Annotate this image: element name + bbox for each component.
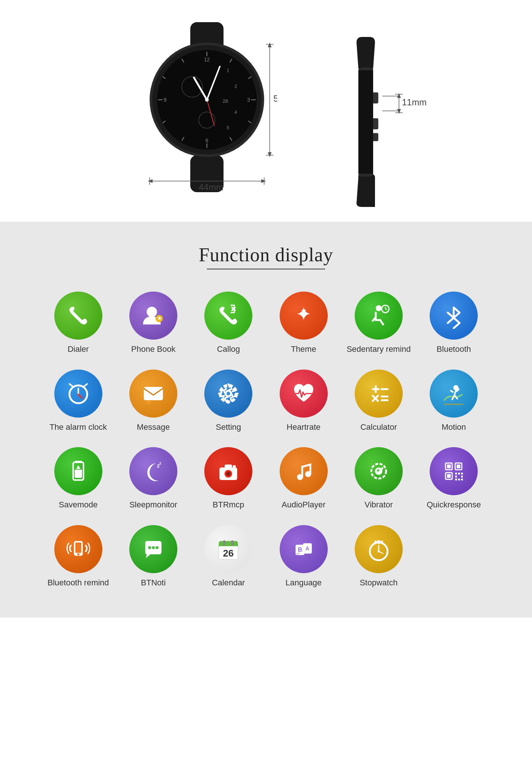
- bt-remind-label: Bluetooth remind: [48, 578, 109, 588]
- svg-rect-45: [372, 118, 378, 129]
- icon-item-vibrator: Vibrator: [345, 447, 412, 510]
- svg-point-118: [156, 546, 158, 549]
- svg-text:53mm: 53mm: [273, 93, 277, 103]
- btrmcp-icon-circle: [204, 447, 252, 495]
- svg-rect-92: [225, 465, 232, 468]
- svg-rect-93: [233, 465, 236, 468]
- watch-front-view: 12 3 6 9 1 2 4 5 28: [137, 22, 277, 192]
- svg-rect-120: [223, 540, 225, 545]
- icons-grid: Dialer ★ Phone Book Callog: [44, 292, 488, 588]
- svg-text:6: 6: [205, 137, 208, 143]
- function-title-underline: [207, 269, 325, 269]
- watch-front-svg: 12 3 6 9 1 2 4 5 28: [137, 22, 277, 192]
- function-title: Function display: [199, 244, 333, 266]
- svg-rect-112: [461, 479, 463, 480]
- svg-text:12: 12: [204, 57, 210, 62]
- svg-marker-40: [148, 179, 153, 183]
- motion-icon-circle: [430, 370, 478, 418]
- phonebook-label: Phone Book: [131, 344, 175, 355]
- svg-marker-53: [397, 93, 401, 98]
- heartrate-label: Heartrate: [287, 422, 321, 433]
- svg-text:1: 1: [227, 68, 229, 73]
- icon-item-audioplayer: AudioPlayer: [270, 447, 337, 510]
- svg-rect-114: [75, 542, 81, 553]
- svg-rect-133: [381, 541, 383, 542]
- svg-rect-44: [372, 92, 378, 103]
- svg-line-135: [379, 551, 383, 554]
- theme-label: Theme: [291, 344, 316, 355]
- svg-point-115: [77, 553, 79, 555]
- icon-item-bt-remind: Bluetooth remind: [44, 525, 112, 588]
- svg-line-64: [385, 309, 387, 310]
- calendar-icon-circle: 26: [204, 525, 252, 573]
- setting-label: Setting: [216, 422, 241, 433]
- svg-point-61: [376, 305, 382, 311]
- callog-icon-circle: [204, 292, 252, 340]
- watch-side-view: 11mm: [321, 37, 395, 177]
- calendar-label: Calendar: [212, 578, 245, 588]
- calculator-label: Calculator: [360, 422, 397, 433]
- btrmcp-label: BTRmcp: [213, 500, 245, 510]
- icon-item-phonebook: ★ Phone Book: [119, 292, 187, 355]
- icon-item-sleepmonitor: z z Sleepmonitor: [119, 447, 187, 510]
- icon-item-message: Message: [119, 370, 187, 433]
- svg-point-31: [205, 98, 209, 102]
- icon-item-btrmcp: BTRmcp: [195, 447, 262, 510]
- svg-rect-109: [461, 476, 463, 477]
- svg-point-94: [297, 474, 303, 480]
- svg-rect-104: [447, 474, 451, 478]
- svg-text:4: 4: [235, 110, 237, 115]
- icon-item-sedentary: Sedentary remind: [345, 292, 412, 355]
- svg-rect-100: [447, 465, 451, 468]
- svg-text:11mm: 11mm: [402, 97, 427, 107]
- btnoti-icon-circle: [129, 525, 177, 573]
- icon-item-setting: Setting: [195, 370, 262, 433]
- svg-marker-35: [268, 42, 272, 47]
- svg-marker-54: [397, 109, 401, 114]
- function-section: Function display Dialer ★ Phone Book: [0, 222, 532, 618]
- icon-item-bluetooth: Bluetooth: [420, 292, 488, 355]
- audioplayer-icon-circle: [280, 447, 328, 495]
- svg-rect-121: [231, 540, 233, 545]
- svg-rect-46: [372, 133, 378, 141]
- svg-line-69: [84, 384, 87, 386]
- dialer-label: Dialer: [68, 344, 89, 355]
- svg-text:28: 28: [223, 98, 228, 104]
- bt-remind-icon-circle: [54, 525, 102, 573]
- icon-item-motion: Motion: [420, 370, 488, 433]
- dialer-icon-circle: [54, 292, 102, 340]
- phonebook-icon-circle: ★: [129, 292, 177, 340]
- icon-item-callog: Callog: [195, 292, 262, 355]
- top-section: 12 3 6 9 1 2 4 5 28: [0, 0, 532, 222]
- message-icon-circle: [129, 370, 177, 418]
- svg-text:26: 26: [223, 548, 234, 559]
- svg-rect-102: [457, 465, 460, 468]
- motion-label: Motion: [441, 422, 466, 433]
- svg-line-68: [69, 384, 72, 386]
- svg-rect-108: [455, 476, 457, 477]
- svg-text:✦: ✦: [300, 306, 307, 315]
- alarm-label: The alarm clock: [50, 422, 107, 433]
- icon-item-dialer: Dialer: [44, 292, 112, 355]
- icon-item-theme: ✦ ✦ Theme: [270, 292, 337, 355]
- watch-side-svg: 11mm: [321, 37, 440, 207]
- quickresponse-label: Quickresponse: [427, 500, 481, 510]
- svg-rect-111: [458, 479, 460, 480]
- svg-text:C: C: [297, 552, 300, 557]
- icon-item-calendar: 26 Calendar: [195, 525, 262, 588]
- sedentary-label: Sedentary remind: [347, 344, 411, 355]
- stopwatch-icon-circle: [355, 525, 403, 573]
- heartrate-icon-circle: [280, 370, 328, 418]
- svg-point-56: [147, 307, 157, 317]
- language-label: Language: [286, 578, 322, 588]
- icon-item-quickresponse: Quickresponse: [420, 447, 488, 510]
- svg-text:z: z: [159, 461, 161, 465]
- svg-point-116: [148, 546, 151, 549]
- svg-point-91: [227, 473, 229, 475]
- svg-rect-85: [75, 470, 82, 478]
- bluetooth-label: Bluetooth: [437, 344, 471, 355]
- svg-text:2: 2: [235, 84, 237, 89]
- audioplayer-label: AudioPlayer: [282, 500, 325, 510]
- svg-text:44mm: 44mm: [199, 182, 224, 192]
- vibrator-icon-circle: [355, 447, 403, 495]
